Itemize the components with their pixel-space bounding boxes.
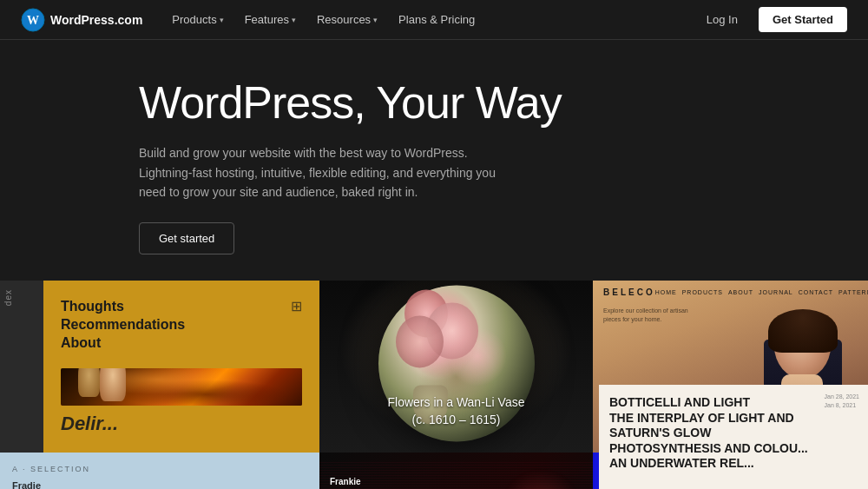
chevron-down-icon: ▾ bbox=[292, 16, 296, 24]
dark-music-card[interactable]: Frankie Frankie Goes to Hollywood (born … bbox=[319, 453, 593, 489]
hero-section: WordPress, Your Way Build and grow your … bbox=[0, 40, 868, 281]
login-button[interactable]: Log In bbox=[696, 8, 748, 31]
side-label: dex bbox=[3, 289, 13, 306]
yellow-card-title: ThoughtsRecommendationsAbout bbox=[61, 298, 185, 352]
beleco-nav: HOME PRODUCTS ABOUT JOURNAL CONTACT PATT… bbox=[655, 289, 868, 295]
flowers-caption: Flowers in a Wan-Li Vase (c. 1610 – 1615… bbox=[388, 394, 525, 428]
music-title: Frankie bbox=[330, 477, 582, 486]
botticelli-title: BOTTICELLI AND LIGHT THE INTERPLAY OF LI… bbox=[609, 395, 809, 472]
wordpress-logo-icon: W bbox=[21, 8, 45, 32]
yellow-bottom-text: Delir... bbox=[61, 413, 302, 435]
logo[interactable]: W WordPress.com bbox=[21, 8, 142, 32]
music-text-block: Frankie Frankie Goes to Hollywood (born … bbox=[330, 477, 582, 489]
navbar-actions: Log In Get Started bbox=[696, 7, 847, 32]
brand-name: WordPress.com bbox=[50, 13, 142, 27]
svg-text:W: W bbox=[27, 14, 39, 27]
beleco-header: BELECO HOME PRODUCTS ABOUT JOURNAL CONTA… bbox=[593, 287, 868, 297]
blue-card[interactable]: A · SELECTION Fradie It's a beautiful da… bbox=[0, 453, 319, 489]
nav-features[interactable]: Features ▾ bbox=[236, 8, 305, 31]
nav-products[interactable]: Products ▾ bbox=[163, 8, 232, 31]
yellow-card[interactable]: ThoughtsRecommendationsAbout ⊞ Delir... bbox=[43, 281, 319, 453]
hero-subtitle: Build and grow your website with the bes… bbox=[139, 143, 503, 202]
chevron-down-icon: ▾ bbox=[220, 16, 224, 24]
nav-links: Products ▾ Features ▾ Resources ▾ Plans … bbox=[163, 8, 695, 31]
chevron-down-icon: ▾ bbox=[373, 16, 378, 24]
blue-body-text: Fradie It's a beautiful day. Every begin… bbox=[12, 479, 203, 489]
hero-cta-button[interactable]: Get started bbox=[139, 222, 234, 254]
nav-resources[interactable]: Resources ▾ bbox=[308, 8, 386, 31]
article-dates: Jan 28, 2021 Jan 8, 2021 bbox=[825, 393, 859, 408]
flowers-card[interactable]: Flowers in a Wan-Li Vase (c. 1610 – 1615… bbox=[319, 281, 593, 453]
hero-title: WordPress, Your Way bbox=[139, 78, 868, 128]
nav-plans-pricing[interactable]: Plans & Pricing bbox=[390, 8, 483, 31]
partial-left-card: dex bbox=[0, 281, 43, 453]
get-started-button[interactable]: Get Started bbox=[759, 7, 847, 32]
beleco-logo: BELECO bbox=[603, 287, 655, 297]
trash-icon: ⊞ bbox=[291, 298, 302, 314]
navbar: W WordPress.com Products ▾ Features ▾ Re… bbox=[0, 0, 868, 40]
beleco-desc: Explore our collection of artisan pieces… bbox=[603, 307, 690, 324]
painting-image bbox=[61, 368, 302, 406]
botticelli-card[interactable]: Jan 28, 2021 Jan 8, 2021 BOTTICELLI AND … bbox=[599, 385, 868, 489]
blue-tag: A · SELECTION bbox=[12, 465, 307, 473]
